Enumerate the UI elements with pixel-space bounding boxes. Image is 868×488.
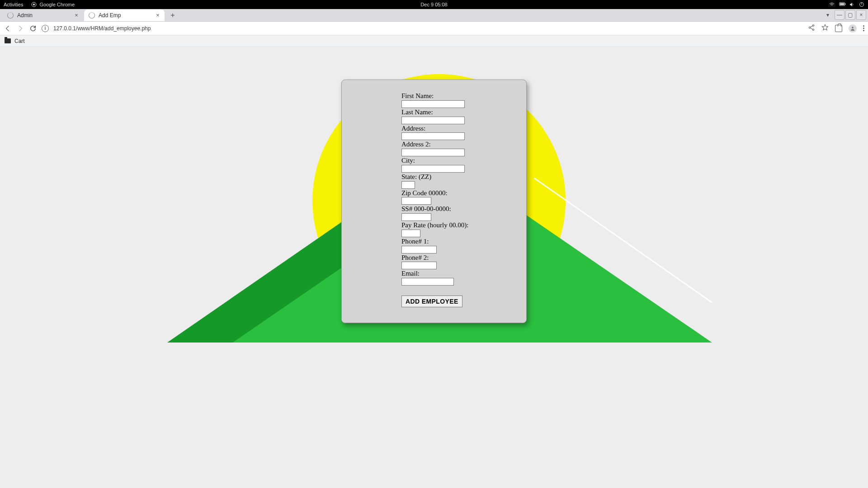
tab-admin[interactable]: Admin ×: [3, 9, 83, 21]
address-bar: i 127.0.0.1/www/HRM/add_employee.php: [0, 22, 868, 35]
first-name-input[interactable]: [401, 100, 465, 108]
browser-tabstrip: Admin × Add Emp × + ▾ — ▢ ×: [0, 9, 868, 22]
wifi-icon[interactable]: [829, 2, 835, 7]
pay-rate-input[interactable]: [401, 230, 420, 237]
forward-button[interactable]: [16, 24, 24, 33]
first-name-label: First Name:: [401, 92, 514, 100]
address2-input[interactable]: [401, 149, 465, 156]
svg-rect-4: [840, 3, 844, 5]
active-app-name: Google Chrome: [39, 2, 75, 7]
address-input[interactable]: [401, 132, 465, 140]
globe-icon: [7, 12, 14, 19]
phone1-input[interactable]: [401, 246, 437, 253]
zip-label: Zip Code 00000:: [401, 189, 514, 197]
volume-icon[interactable]: [849, 2, 854, 7]
back-button[interactable]: [4, 24, 12, 33]
bookmark-cart[interactable]: Cart: [14, 38, 25, 44]
page-viewport: First Name: Last Name: Address: Address …: [0, 47, 868, 488]
profile-avatar[interactable]: [849, 24, 857, 33]
maximize-button[interactable]: ▢: [845, 10, 855, 20]
svg-point-1: [33, 4, 35, 5]
svg-line-11: [810, 28, 812, 29]
last-name-input[interactable]: [401, 117, 465, 124]
ssn-input[interactable]: [401, 213, 431, 221]
ssn-label: SS# 000-00-0000:: [401, 205, 514, 213]
phone2-label: Phone# 2:: [401, 253, 514, 262]
city-label: City:: [401, 156, 514, 165]
address-label: Address:: [401, 124, 514, 133]
folder-icon: [5, 38, 11, 43]
phone1-label: Phone# 1:: [401, 237, 514, 246]
tabs-dropdown-icon[interactable]: ▾: [826, 12, 829, 18]
bookmark-star-icon[interactable]: [821, 24, 829, 33]
address2-label: Address 2:: [401, 140, 514, 149]
last-name-label: Last Name:: [401, 108, 514, 117]
minimize-button[interactable]: —: [835, 10, 844, 20]
new-tab-button[interactable]: +: [167, 10, 178, 21]
site-info-icon[interactable]: i: [42, 25, 49, 32]
svg-point-12: [852, 27, 854, 28]
state-label: State: (ZZ): [401, 173, 514, 181]
close-icon[interactable]: ×: [155, 12, 161, 19]
svg-line-10: [810, 26, 812, 27]
reload-button[interactable]: [29, 24, 37, 33]
url-text[interactable]: 127.0.0.1/www/HRM/add_employee.php: [53, 25, 151, 32]
globe-icon: [89, 12, 95, 19]
phone2-input[interactable]: [401, 262, 437, 269]
chrome-icon: [31, 2, 37, 7]
svg-rect-3: [845, 4, 845, 5]
power-icon[interactable]: [859, 2, 864, 7]
email-label: Email:: [401, 269, 514, 278]
close-icon[interactable]: ×: [73, 12, 80, 19]
os-top-bar: Activities Google Chrome Dec 9 05:08: [0, 0, 868, 9]
pay-rate-label: Pay Rate (hourly 00.00):: [401, 221, 514, 230]
add-employee-button[interactable]: ADD EMPLOYEE: [401, 296, 462, 307]
close-window-button[interactable]: ×: [856, 10, 866, 20]
state-input[interactable]: [401, 181, 415, 189]
bookmarks-bar: Cart: [0, 35, 868, 47]
chrome-menu-icon[interactable]: [863, 25, 864, 31]
activities-button[interactable]: Activities: [4, 2, 23, 7]
city-input[interactable]: [401, 165, 465, 173]
extensions-icon[interactable]: [835, 25, 842, 32]
tab-add-emp[interactable]: Add Emp ×: [84, 9, 165, 21]
email-input[interactable]: [401, 278, 454, 286]
zip-input[interactable]: [401, 197, 431, 205]
add-employee-form: First Name: Last Name: Address: Address …: [341, 80, 527, 323]
share-icon[interactable]: [808, 24, 815, 33]
tab-title: Add Emp: [99, 12, 121, 19]
tab-title: Admin: [17, 12, 33, 19]
battery-icon[interactable]: [839, 2, 844, 7]
active-app-indicator[interactable]: Google Chrome: [31, 2, 75, 7]
clock[interactable]: Dec 9 05:08: [420, 2, 447, 7]
